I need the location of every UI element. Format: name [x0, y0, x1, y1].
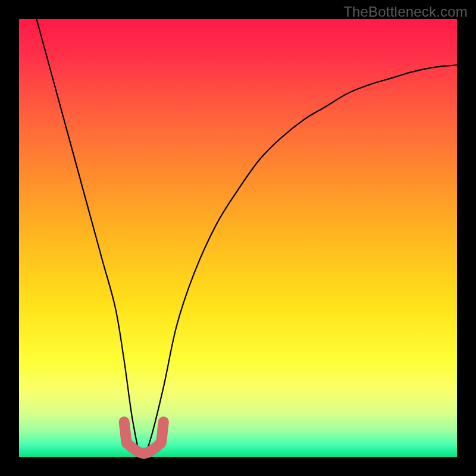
valley-marker: [124, 422, 164, 453]
curve-layer: [19, 19, 457, 457]
watermark-label: TheBottleneck.com: [343, 4, 468, 20]
bottleneck-curve: [36, 19, 457, 458]
plot-area: [19, 19, 457, 457]
chart-frame: TheBottleneck.com: [0, 0, 476, 476]
